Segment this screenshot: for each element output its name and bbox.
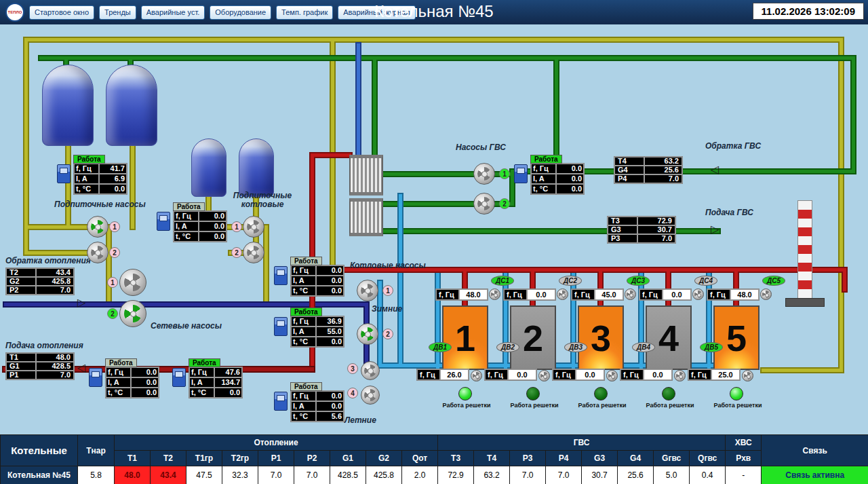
- boiler-2[interactable]: 2: [510, 305, 556, 370]
- process-diagram: Подпиточные насосы Подпиточные котловые …: [0, 24, 868, 434]
- i-label: I, A: [174, 221, 199, 231]
- boiler-4-number: 4: [658, 317, 679, 359]
- col-kotelnye: Котельные: [1, 435, 78, 466]
- podpit-pump-1[interactable]: [87, 216, 108, 238]
- boiler-1[interactable]: 1: [442, 305, 488, 370]
- podpit-kotl-drive-icon: [157, 212, 170, 231]
- t-label: t, °C: [291, 286, 316, 296]
- t-label: t, °C: [74, 184, 99, 194]
- setevoy-pump-2-number: 2: [107, 308, 118, 319]
- ds5-fan-icon: [760, 288, 772, 300]
- t2-cell: 43.4: [151, 466, 186, 484]
- boiler-makeup-tank-1: [191, 138, 226, 197]
- kotlovoy-pump-2-number: 2: [382, 329, 393, 339]
- col-p4: Р4: [546, 451, 582, 466]
- grate-2-indicator: [526, 387, 540, 401]
- ds5-freq-value: 48.0: [730, 289, 759, 300]
- gvs-status-badge: Работа: [530, 155, 562, 164]
- kotlovoy-pump-3[interactable]: [361, 361, 380, 380]
- label-letnie: Летние: [344, 415, 376, 425]
- t-label: t, °C: [291, 337, 316, 347]
- kotlovoy-pump-2[interactable]: [357, 323, 378, 345]
- ds4-status-oval: ДС4: [694, 276, 717, 286]
- grate-3-label: Работа решетки: [576, 402, 628, 409]
- i-value: 0.0: [131, 377, 159, 388]
- f-label: f, Гц: [417, 369, 440, 380]
- col-qgvs: Qгвс: [690, 451, 726, 466]
- heat-exchanger-2: [349, 198, 383, 236]
- boiler-3[interactable]: 3: [578, 305, 624, 370]
- nav-trends[interactable]: Тренды: [99, 5, 136, 20]
- t-label: t, °C: [531, 184, 556, 194]
- ds1-freq-box: f, Гц48.0: [435, 288, 488, 301]
- podpit-vfd-readout: f, Гц41.7 I, A6.9 t, °C0.0: [73, 163, 127, 195]
- nav-temp-graph[interactable]: Темп. график: [276, 5, 333, 20]
- nav-equipment[interactable]: Оборудование: [210, 5, 271, 20]
- f-value: 0.0: [316, 391, 344, 401]
- f-label: f, Гц: [688, 369, 711, 380]
- dv1-freq-value: 26.0: [440, 369, 469, 380]
- kotl3-status-badge: Работа: [290, 382, 322, 391]
- f-label: f, Гц: [504, 289, 527, 300]
- dv3-status-oval: ДВ3: [564, 342, 587, 352]
- podpit-pump-2[interactable]: [87, 242, 108, 263]
- datetime-display: 11.02.2026 13:02:09: [753, 3, 864, 20]
- kotl1-vfd-readout: f, Гц0.0 I, A0.0 t, °C0.0: [290, 265, 344, 297]
- kotl2-drive-icon: [274, 317, 288, 336]
- kotlovoy-pump-4-number: 4: [347, 388, 358, 398]
- g3-value: 30.7: [637, 225, 675, 234]
- podpit-kotl-pump-1[interactable]: [243, 216, 264, 238]
- i-label: I, A: [106, 377, 131, 388]
- boiler-makeup-tank-2: [239, 138, 274, 197]
- kotlovoy-pump-1-number: 1: [382, 285, 393, 296]
- dv5-freq-box: f, Гц25.0: [688, 369, 741, 381]
- t4-label: T4: [614, 157, 644, 166]
- podpit-kotl-pump-2[interactable]: [243, 242, 264, 263]
- boiler-5[interactable]: 5: [713, 305, 760, 370]
- kotlovoy-pump-4[interactable]: [361, 386, 380, 405]
- i-value: 6.9: [99, 174, 127, 184]
- g1-cell: 428.5: [330, 466, 366, 484]
- kotlovoy-pump-1[interactable]: [357, 280, 378, 301]
- boiler-4[interactable]: 4: [646, 305, 692, 370]
- col-qot: Qот: [402, 451, 438, 466]
- grate-5-indicator: [730, 387, 743, 401]
- t1-sensor-box: T148.0 G1428.5 P17.0: [5, 352, 75, 380]
- p4-cell: 7.0: [546, 466, 582, 484]
- f-label: f, Гц: [531, 164, 556, 174]
- setevye1-vfd-readout: f, Гц0.0 I, A0.0 t, °C0.0: [105, 367, 159, 398]
- label-podpit-kotl: Подпиточные котловые: [225, 191, 300, 209]
- t-label: t, °C: [174, 231, 199, 242]
- ds3-status-oval: ДС3: [627, 276, 650, 286]
- group-hvs: ХВС: [726, 435, 762, 451]
- label-zimnie: Зимние: [372, 304, 402, 314]
- ds3-freq-value: 45.0: [595, 289, 623, 300]
- setevoy-pump-2[interactable]: [119, 300, 146, 327]
- t1-label: T1: [6, 353, 36, 362]
- g1-value: 428.5: [36, 362, 74, 371]
- obratka-otopl-arrow-icon: ▷: [77, 297, 85, 308]
- gvs-pump-1[interactable]: [473, 163, 495, 185]
- setevoy-pump-1[interactable]: [119, 269, 146, 296]
- grate-4-label: Работа решетки: [644, 402, 696, 409]
- setevoy-pump-1-number: 1: [107, 277, 118, 288]
- gvs-pump-2[interactable]: [473, 193, 495, 215]
- podacha-gvs-arrow-icon: ▷: [711, 224, 719, 235]
- f-value: 47.6: [214, 367, 242, 377]
- f-value: 0.0: [199, 211, 226, 221]
- podacha-otopl-arrow-icon: ◁: [77, 362, 85, 373]
- nav-alarm-setpoints[interactable]: Аварийные уст.: [141, 5, 205, 20]
- f-label: f, Гц: [74, 164, 99, 174]
- boiler-house-name[interactable]: Котельная №45: [1, 466, 78, 484]
- storage-tank-2: [106, 64, 157, 146]
- f-label: f, Гц: [620, 369, 644, 380]
- ds2-status-oval: ДС2: [559, 276, 582, 286]
- dv1-fan-icon: [471, 370, 482, 381]
- link-status-cell: Связь активна: [762, 466, 868, 484]
- col-ggvs: Gгвс: [654, 451, 690, 466]
- logo-text: ТЕПЛО: [8, 10, 22, 14]
- podpit-drive-icon: [57, 164, 71, 183]
- col-g3: G3: [582, 451, 618, 466]
- setevye2-vfd-readout: f, Гц47.6 I, A134.7 t, °C0.0: [189, 367, 243, 398]
- nav-start-window[interactable]: Стартовое окно: [29, 5, 94, 20]
